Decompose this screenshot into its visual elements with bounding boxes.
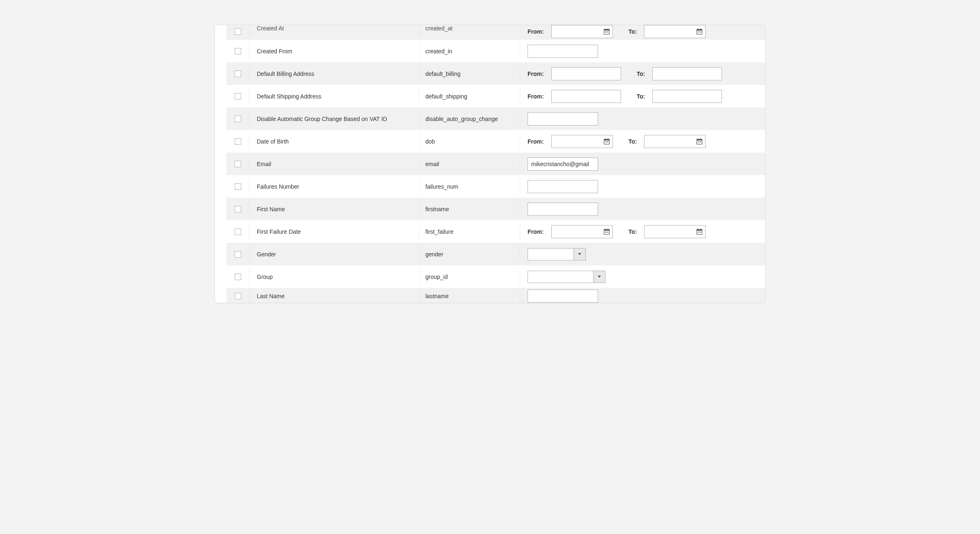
attribute-code-text: group_id — [425, 274, 448, 280]
calendar-icon — [696, 28, 703, 35]
attribute-code-text: default_billing — [425, 71, 461, 77]
filter-cell: From:To: — [520, 90, 765, 103]
filter-select[interactable] — [528, 248, 586, 260]
date-to-input[interactable] — [644, 135, 706, 148]
attribute-label-text: Email — [257, 161, 271, 167]
row-checkbox[interactable] — [235, 274, 241, 280]
attribute-label: Default Billing Address — [249, 66, 420, 82]
row-checkbox[interactable] — [235, 116, 241, 122]
checkbox-cell — [226, 269, 249, 285]
date-from-input[interactable] — [551, 135, 613, 148]
attribute-code-text: lastname — [425, 293, 449, 299]
date-to-input[interactable] — [644, 25, 706, 38]
attribute-code-text: created_in — [425, 48, 452, 55]
attribute-code-text: first_failure — [425, 228, 453, 235]
row-checkbox[interactable] — [235, 206, 241, 212]
table-row: Created Atcreated_atFrom:To: — [226, 25, 765, 40]
checkbox-cell — [226, 133, 249, 149]
attribute-label-text: Date of Birth — [257, 138, 289, 145]
range-from-input[interactable] — [551, 67, 621, 80]
filter-cell: From:To: — [520, 135, 765, 148]
row-checkbox[interactable] — [235, 183, 241, 190]
date-to-input[interactable] — [644, 225, 706, 238]
table-row: Failures Numberfailures_num — [226, 175, 765, 198]
filter-text-input[interactable] — [528, 290, 598, 303]
range-to-input[interactable] — [652, 90, 722, 103]
attribute-label-text: Last Name — [257, 293, 285, 299]
attribute-grid-inner: Created Atcreated_atFrom:To:Created From… — [226, 25, 765, 303]
calendar-icon — [603, 228, 610, 235]
filter-text-input[interactable] — [528, 180, 598, 193]
to-label: To: — [637, 93, 648, 100]
select-toggle[interactable] — [573, 248, 586, 260]
row-checkbox[interactable] — [235, 293, 241, 299]
range-from-input[interactable] — [551, 90, 621, 103]
attribute-label: Created At — [249, 25, 420, 38]
table-row: Groupgroup_id — [226, 265, 765, 288]
attribute-label-text: First Name — [257, 206, 285, 212]
filter-cell: From:To: — [520, 67, 765, 80]
filter-text-input[interactable] — [528, 45, 598, 58]
checkbox-cell — [226, 156, 249, 172]
to-label: To: — [628, 228, 640, 235]
row-checkbox[interactable] — [235, 251, 241, 258]
table-row: Created Fromcreated_in — [226, 40, 765, 62]
attribute-label: Gender — [249, 246, 420, 262]
checkbox-cell — [226, 224, 249, 240]
checkbox-cell — [226, 66, 249, 82]
select-value — [528, 248, 573, 260]
attribute-label: Default Shipping Address — [249, 88, 420, 104]
range-to-input[interactable] — [652, 67, 722, 80]
attribute-code: disable_auto_group_change — [420, 111, 520, 127]
filter-cell — [520, 271, 765, 283]
filter-text-input[interactable] — [528, 203, 598, 216]
checkbox-cell — [226, 246, 249, 262]
select-value — [528, 271, 593, 283]
attribute-label: Failures Number — [249, 178, 420, 194]
calendar-icon — [603, 138, 610, 145]
row-checkbox[interactable] — [235, 93, 241, 100]
attribute-label-text: Failures Number — [257, 183, 299, 190]
attribute-code: first_failure — [420, 224, 520, 240]
filter-text-input[interactable] — [528, 112, 598, 126]
table-row: Last Namelastname — [226, 288, 765, 303]
attribute-code: email — [420, 156, 520, 172]
attribute-label: First Name — [249, 201, 420, 217]
filter-cell — [520, 112, 765, 126]
table-row: Default Billing Addressdefault_billingFr… — [226, 62, 765, 85]
table-row: Disable Automatic Group Change Based on … — [226, 107, 765, 130]
filter-cell: From:To: — [520, 225, 765, 238]
checkbox-cell — [226, 178, 249, 194]
row-checkbox[interactable] — [235, 71, 241, 77]
attribute-code: lastname — [420, 290, 520, 303]
date-from-input[interactable] — [551, 225, 613, 238]
attribute-code: firstname — [420, 201, 520, 217]
row-checkbox[interactable] — [235, 228, 241, 235]
table-row: Date of BirthdobFrom:To: — [226, 130, 765, 153]
attribute-code-text: default_shipping — [425, 93, 467, 100]
row-checkbox[interactable] — [235, 28, 241, 35]
attribute-label: Disable Automatic Group Change Based on … — [249, 111, 420, 127]
date-from-input[interactable] — [551, 25, 613, 38]
attribute-label-text: Disable Automatic Group Change Based on … — [257, 116, 387, 122]
filter-text-input[interactable] — [528, 157, 598, 171]
filter-select[interactable] — [528, 271, 605, 283]
filter-cell — [520, 203, 765, 216]
from-label: From: — [528, 93, 547, 100]
attribute-label: First Failure Date — [249, 224, 420, 240]
attribute-code: created_at — [420, 25, 520, 38]
attribute-label: Created From — [249, 43, 420, 59]
to-label: To: — [628, 28, 640, 35]
calendar-icon — [603, 28, 610, 35]
attribute-label-text: Created At — [257, 25, 284, 32]
checkbox-cell — [226, 111, 249, 127]
select-toggle[interactable] — [593, 271, 605, 283]
filter-cell — [520, 290, 765, 303]
row-checkbox[interactable] — [235, 138, 241, 145]
from-label: From: — [528, 138, 547, 145]
calendar-icon — [696, 228, 703, 235]
row-checkbox[interactable] — [235, 161, 241, 167]
attribute-label-text: Default Shipping Address — [257, 93, 321, 100]
from-label: From: — [528, 71, 547, 77]
row-checkbox[interactable] — [235, 48, 241, 55]
